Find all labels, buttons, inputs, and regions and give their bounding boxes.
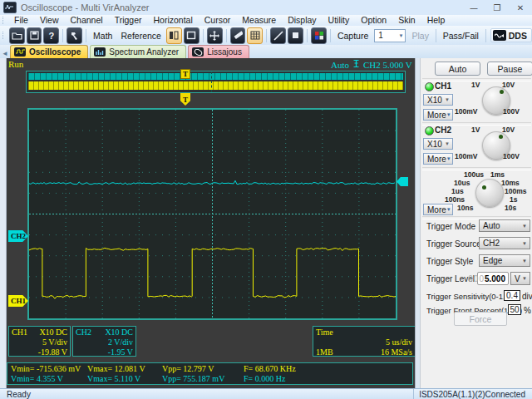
time-more-label: More bbox=[427, 205, 446, 214]
draw-line-button[interactable] bbox=[270, 27, 286, 44]
waveform-graticule[interactable] bbox=[27, 108, 397, 320]
ch1-more-combobox[interactable]: More▼ bbox=[423, 109, 453, 121]
ch2-more-combobox[interactable]: More▼ bbox=[423, 153, 453, 165]
ch1-led[interactable] bbox=[425, 82, 434, 91]
tab-label: Oscilloscope bbox=[29, 47, 81, 57]
ch2-probe: X10 DC bbox=[105, 328, 133, 337]
utility-tool-button[interactable] bbox=[66, 27, 82, 44]
measure-ruler-button[interactable] bbox=[230, 27, 246, 44]
menu-utility[interactable]: Utility bbox=[323, 15, 356, 26]
ch1-ground-marker[interactable]: CH1 bbox=[8, 295, 28, 307]
menu-file[interactable]: File bbox=[8, 15, 34, 26]
spectrum-tab-icon bbox=[94, 47, 106, 57]
time-knob-label-100us: 100us bbox=[464, 170, 484, 179]
trigger-position-tag-main[interactable]: T bbox=[180, 93, 190, 106]
trigger-sensitivity-input[interactable]: 0.4 bbox=[504, 290, 520, 301]
trigger-mode-combobox[interactable]: Auto▼ bbox=[479, 219, 530, 232]
line-icon bbox=[273, 31, 283, 41]
ch2-info-box: CH2X10 DC 2 V/div -1.95 V bbox=[72, 326, 136, 357]
ch1-knob-indicator bbox=[500, 90, 504, 94]
menu-help[interactable]: Help bbox=[421, 15, 451, 26]
memory-depth: 1MB bbox=[316, 347, 333, 357]
application-window: Oscilloscope - Multi VirAnalyzer — ❐ ✕ F… bbox=[0, 0, 532, 399]
ch2-knob-label-10v: 10V bbox=[502, 126, 515, 134]
menu-measure[interactable]: Measure bbox=[236, 15, 282, 26]
tab-lissajous[interactable]: Lissajous bbox=[188, 45, 249, 58]
save-button[interactable] bbox=[27, 27, 42, 44]
time-knob-label-10ms: 10ms bbox=[501, 179, 520, 187]
timebase-knob[interactable] bbox=[475, 179, 504, 207]
menu-trigger[interactable]: Trigger bbox=[109, 15, 148, 26]
record-overview-strip[interactable] bbox=[26, 71, 406, 93]
open-file-button[interactable] bbox=[9, 27, 25, 44]
autoset-button[interactable]: Auto bbox=[435, 62, 480, 76]
trigger-style-combobox[interactable]: Edge▼ bbox=[479, 254, 530, 267]
trigger-sensitivity-value: 0.4 bbox=[506, 291, 518, 300]
menu-skin[interactable]: Skin bbox=[392, 15, 421, 26]
run-status: Run bbox=[8, 59, 23, 69]
overview-ch1-band bbox=[28, 81, 403, 90]
ch2-knob-label-1v: 1V bbox=[471, 126, 480, 134]
chevron-down-icon: ▼ bbox=[446, 156, 454, 161]
draw-rect-button[interactable] bbox=[288, 27, 303, 44]
trigger-mode-label: Trigger Mode bbox=[426, 222, 475, 231]
color-scheme-button[interactable] bbox=[311, 27, 327, 44]
menu-horizontal[interactable]: Horizontal bbox=[148, 15, 199, 26]
ch1-probe-combobox[interactable]: X10▼ bbox=[423, 94, 453, 106]
ch1-probe-value: X10 bbox=[427, 96, 442, 105]
capture-count-combobox[interactable]: 1 ▼ bbox=[374, 29, 406, 42]
lissajous-tab-icon bbox=[192, 47, 204, 57]
ch1-more-label: More bbox=[427, 111, 446, 120]
trigger-level-unit-combobox[interactable]: V▼ bbox=[510, 272, 530, 285]
trigger-style-value: Edge bbox=[483, 256, 502, 265]
left-splitter-strip[interactable] bbox=[0, 58, 7, 388]
ch2-probe-combobox[interactable]: X10▼ bbox=[423, 138, 453, 150]
chevron-down-icon: ▼ bbox=[522, 259, 530, 264]
play-button[interactable]: Play bbox=[407, 31, 432, 41]
close-button[interactable]: ✕ bbox=[509, 0, 532, 15]
pause-button[interactable]: Pause bbox=[487, 62, 532, 76]
toolbar: ? Math Reference bbox=[0, 26, 532, 46]
dds-button[interactable]: DDS bbox=[490, 28, 532, 42]
screen-capture-button[interactable] bbox=[247, 27, 263, 44]
ch2-name: CH2 bbox=[76, 328, 91, 337]
ch2-ground-marker[interactable]: CH2 bbox=[8, 230, 28, 242]
math-button[interactable]: Math bbox=[89, 31, 116, 41]
toolbar-separator bbox=[203, 29, 204, 42]
trigger-level-input[interactable]: 0005.000 bbox=[477, 272, 509, 285]
move-cursor-button[interactable] bbox=[207, 27, 223, 44]
trigger-level-arrow[interactable] bbox=[397, 177, 408, 186]
waveform-canvas bbox=[29, 110, 396, 318]
toolbar-separator bbox=[436, 29, 436, 42]
menu-view[interactable]: View bbox=[34, 15, 65, 26]
reference-button[interactable]: Reference bbox=[116, 31, 165, 41]
ch2-probe-value: X10 bbox=[427, 140, 442, 149]
time-knob-label-1us: 1us bbox=[451, 187, 464, 195]
minimize-button[interactable]: — bbox=[462, 0, 485, 15]
pass-fail-button[interactable]: Pass/Fail bbox=[439, 31, 483, 41]
trigger-mode-status: Auto bbox=[331, 60, 349, 70]
menu-display[interactable]: Display bbox=[282, 15, 322, 26]
trigger-front-percent-input[interactable]: 50 bbox=[508, 304, 521, 315]
trigger-level-value: 5.000 bbox=[485, 274, 505, 283]
tab-scroll-left-icon[interactable]: ◄ bbox=[0, 48, 10, 58]
document-tab-bar: ◄ Oscilloscope Spectrum Analyzer Lissajo… bbox=[0, 45, 532, 58]
trigger-position-tag-overview[interactable]: T bbox=[180, 69, 190, 79]
ch2-led[interactable] bbox=[425, 126, 434, 135]
title-bar: Oscilloscope - Multi VirAnalyzer — ❐ ✕ bbox=[0, 0, 532, 16]
chevron-down-icon: ▼ bbox=[522, 241, 530, 246]
force-trigger-button[interactable]: Force bbox=[454, 312, 507, 326]
maximize-button[interactable]: ❐ bbox=[485, 0, 509, 15]
help-button[interactable]: ? bbox=[43, 27, 59, 44]
main-area: Run Auto CH2 5.000 V T T CH2 CH1 bbox=[0, 58, 532, 388]
menu-channel[interactable]: Channel bbox=[65, 15, 109, 26]
tab-spectrum-analyzer[interactable]: Spectrum Analyzer bbox=[90, 45, 186, 58]
toolbar-gripper bbox=[2, 32, 6, 39]
single-view-button[interactable] bbox=[184, 27, 200, 44]
time-more-combobox[interactable]: More▼ bbox=[423, 204, 453, 215]
menu-cursor[interactable]: Cursor bbox=[199, 15, 237, 26]
menu-option[interactable]: Option bbox=[355, 15, 392, 26]
trigger-source-combobox[interactable]: CH2▼ bbox=[479, 237, 530, 249]
split-view-button[interactable] bbox=[166, 27, 182, 44]
tab-oscilloscope[interactable]: Oscilloscope bbox=[10, 45, 88, 58]
